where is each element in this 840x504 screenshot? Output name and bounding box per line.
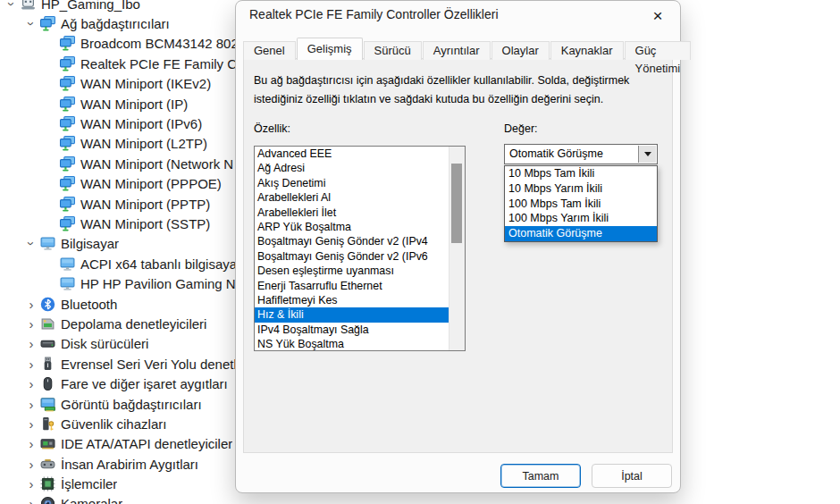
list-item[interactable]: Ağ Adresi [255,161,449,175]
tab[interactable]: Ayrıntılar [423,41,491,60]
tree-item-label: Kameralar [61,496,122,504]
chevron-icon[interactable] [22,298,40,311]
tree-item[interactable]: WAN Miniport (PPPOE) [0,174,235,194]
tree-item-label: İşlemciler [61,476,117,491]
chevron-icon[interactable] [22,437,40,450]
monitor-icon [60,256,75,272]
chevron-icon[interactable] [22,458,40,471]
list-item[interactable]: Advanced EEE [255,147,449,161]
list-item[interactable]: Desen eşleştirme uyanması [255,264,449,278]
tree-item-label: İnsan Arabirim Aygıtları [61,457,198,472]
list-item[interactable]: Arabellekleri İlet [255,206,449,220]
dropdown-option[interactable]: Otomatik Görüşme [505,226,657,241]
dropdown-option[interactable]: 10 Mbps Yarım İkili [505,181,657,197]
list-item[interactable]: Boşaltmayı Geniş Gönder v2 (IPv6 [255,249,449,264]
tree-item[interactable]: HP HP Pavilion Gaming No [0,273,235,293]
tree-item[interactable]: İşlemciler [0,474,235,493]
dropdown-popup: 10 Mbps Tam İkili 10 Mbps Yarım İkili 10… [504,165,658,242]
tab[interactable]: Güç Yönetimi [625,41,692,60]
tree-item-label: Evrensel Seri Veri Yolu denetle [61,357,235,372]
tree-item[interactable]: WAN Miniport (IKEv2) [0,74,235,94]
tab-bar: Genel Gelişmiş Sürücü Ayrıntılar Olaylar… [243,38,692,60]
tab[interactable]: Olaylar [491,41,550,60]
list-item[interactable]: Arabellekleri Al [255,190,449,205]
advanced-tab-panel: Bu ağ bağdaştırıcısı için aşağıdaki özel… [243,58,673,453]
chevron-icon[interactable] [3,0,21,11]
chevron-icon[interactable] [22,497,40,504]
close-button[interactable]: × [644,4,671,27]
tree-item[interactable]: Görüntü bağdaştırıcıları [0,394,235,414]
list-item[interactable]: NS Yük Boşaltma [255,337,449,351]
dropdown-option[interactable]: 100 Mbps Tam İkili [505,197,657,212]
chevron-icon[interactable] [22,417,40,431]
storage-controller-icon [40,316,55,332]
chevron-icon[interactable] [22,317,40,331]
scrollbar-thumb[interactable] [451,164,462,243]
tree-item[interactable]: WAN Miniport (Network N [0,154,235,173]
tree-item[interactable]: WAN Miniport (IP) [0,94,235,113]
dropdown-button[interactable] [638,146,656,163]
list-item[interactable]: Hız & İkili [255,307,449,322]
tree-item-label: ACPI x64 tabanlı bilgisayar [80,256,235,272]
chevron-icon[interactable] [22,357,40,371]
dropdown-option[interactable]: 100 Mbps Yarım İkili [505,211,657,226]
chevron-icon[interactable] [22,237,40,250]
property-label: Özellik: [254,122,290,135]
tree-item[interactable]: IDE ATA/ATAPI denetleyiciler [0,434,235,454]
tab[interactable]: Sürücü [364,41,422,60]
tab[interactable]: Kaynaklar [550,41,624,60]
tree-item-label: WAN Miniport (L2TP) [80,136,207,151]
tree-item[interactable]: Kameralar [0,494,235,504]
tree-item[interactable]: Bilgisayar [0,234,235,254]
list-item[interactable]: Boşaltmayı Geniş Gönder v2 (IPv4 [255,234,449,248]
value-dropdown[interactable]: Otomatik Görüşme [504,144,658,164]
network-adapter-icon [60,176,75,191]
tree-item[interactable]: Disk sürücüleri [0,334,235,354]
tree-item[interactable]: ACPI x64 tabanlı bilgisayar [0,254,235,273]
tree-item[interactable]: HP_Gaming_Ibo [0,0,235,13]
tree-item-label: HP_Gaming_Ibo [41,0,140,12]
tree-item[interactable]: Evrensel Seri Veri Yolu denetle [0,354,235,374]
tree-item[interactable]: WAN Miniport (PPTP) [0,194,235,214]
list-item[interactable]: Hafifletmeyi Kes [255,293,449,307]
mouse-icon [40,376,55,391]
chevron-icon[interactable] [22,17,40,30]
chevron-icon[interactable] [22,337,40,350]
chevron-icon[interactable] [22,477,40,491]
tree-item[interactable]: Realtek PCIe FE Family Co [0,54,235,73]
tree-item[interactable]: Depolama denetleyicileri [0,314,235,333]
tree-item[interactable]: Bluetooth [0,294,235,314]
tab[interactable]: Gelişmiş [297,38,363,60]
network-adapter-icon [60,136,75,151]
tree-item[interactable]: WAN Miniport (SSTP) [0,214,235,233]
tree-item-label: WAN Miniport (PPTP) [80,197,210,212]
list-item[interactable]: Akış Denetimi [255,176,449,190]
dropdown-option[interactable]: 10 Mbps Tam İkili [505,166,657,181]
tree-item[interactable]: Broadcom BCM43142 802 [0,34,235,54]
list-item[interactable]: ARP Yük Boşaltma [255,220,449,234]
network-adapter-icon [60,156,75,172]
cancel-button[interactable]: İptal [592,464,672,488]
tree-item[interactable]: Güvenlik cihazları [0,414,235,433]
ok-button[interactable]: Tamam [500,464,581,488]
tree-item-label: IDE ATA/ATAPI denetleyiciler [61,436,232,451]
tree-item-label: Fare ve diğer işaret aygıtları [61,376,228,391]
tree-item-label: Broadcom BCM43142 802 [80,36,235,51]
tree-item[interactable]: Ağ bağdaştırıcıları [0,13,235,33]
chevron-icon[interactable] [22,377,40,391]
network-adapter-icon [60,216,75,231]
tree-item[interactable]: Fare ve diğer işaret aygıtları [0,374,235,393]
chevron-icon[interactable] [22,398,40,411]
property-list[interactable]: Advanced EEE Ağ Adresi Akış Denetimi Ara… [254,146,466,351]
tree-item[interactable]: WAN Miniport (L2TP) [0,134,235,154]
scrollbar[interactable] [449,147,465,350]
tab[interactable]: Genel [243,41,296,60]
tree-item[interactable]: İnsan Arabirim Aygıtları [0,454,235,474]
list-item[interactable]: IPv4 Boşaltmayı Sağla [255,323,449,337]
network-adapter-icon [60,76,75,91]
list-item[interactable]: Enerji Tasarruflu Ethernet [255,279,449,293]
security-device-icon [40,416,55,432]
network-adapter-icon [60,56,75,71]
tree-item-label: Depolama denetleyicileri [61,316,206,332]
tree-item[interactable]: WAN Miniport (IPv6) [0,113,235,133]
